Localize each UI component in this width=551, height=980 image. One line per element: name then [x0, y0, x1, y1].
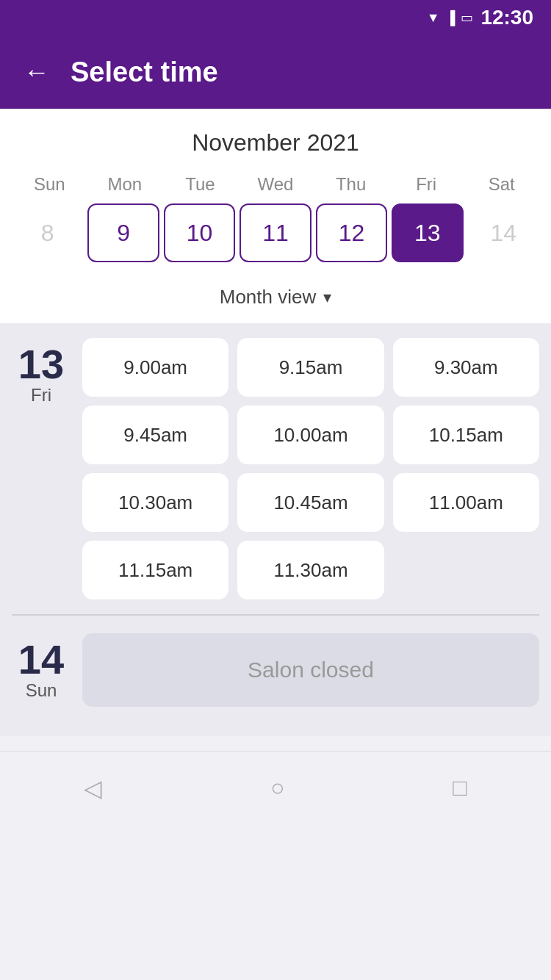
- day-block-13: 13 Fri 9.00am 9.15am 9.30am 9.45am 10.00…: [12, 338, 539, 599]
- status-icons: ▼ ▐ ▭: [427, 10, 474, 26]
- weekday-sat: Sat: [464, 174, 539, 195]
- weekday-thu: Thu: [313, 174, 389, 195]
- time-slot-945am[interactable]: 9.45am: [82, 406, 228, 464]
- day-13[interactable]: 13: [392, 203, 463, 262]
- day-12[interactable]: 12: [316, 203, 387, 262]
- wifi-icon: ▼: [427, 10, 440, 26]
- day-number-block-13: 13 Fri: [12, 338, 71, 599]
- time-slot-1000am[interactable]: 10.00am: [237, 406, 383, 464]
- day-14: 14: [468, 203, 539, 262]
- weekday-mon: Mon: [87, 174, 163, 195]
- weekday-sun: Sun: [12, 174, 87, 195]
- calendar-section: November 2021 Sun Mon Tue Wed Thu Fri Sa…: [0, 109, 551, 323]
- days-row: 8 9 10 11 12 13 14: [12, 203, 539, 274]
- time-slot-1130am[interactable]: 11.30am: [237, 541, 383, 599]
- time-slot-1045am[interactable]: 10.45am: [237, 473, 383, 532]
- day-number-13: 13: [18, 344, 64, 385]
- signal-icon: ▐: [446, 10, 455, 26]
- day-8: 8: [12, 203, 83, 262]
- month-view-toggle[interactable]: Month view ▾: [12, 274, 539, 323]
- nav-home-button[interactable]: [270, 774, 284, 801]
- time-slot-1015am[interactable]: 10.15am: [393, 406, 539, 464]
- weekday-tue: Tue: [162, 174, 238, 195]
- back-button[interactable]: ←: [24, 57, 50, 87]
- day-9[interactable]: 9: [87, 203, 159, 262]
- slots-section: 13 Fri 9.00am 9.15am 9.30am 9.45am 10.00…: [0, 323, 551, 736]
- time-slot-930am[interactable]: 9.30am: [393, 338, 539, 397]
- time-slot-1100am[interactable]: 11.00am: [393, 473, 539, 532]
- time-slot-900am[interactable]: 9.00am: [82, 338, 228, 397]
- status-time: 12:30: [480, 6, 533, 29]
- day-block-14: 14 Sun Salon closed: [12, 633, 539, 707]
- weekday-wed: Wed: [238, 174, 314, 195]
- nav-recent-button[interactable]: [453, 774, 467, 801]
- month-view-label: Month view: [220, 286, 317, 309]
- page-title: Select time: [71, 57, 218, 88]
- day-name-14: Sun: [26, 680, 57, 701]
- time-slot-1030am[interactable]: 10.30am: [82, 473, 228, 532]
- day-number-block-14: 14 Sun: [12, 633, 71, 707]
- day-name-13: Fri: [31, 385, 51, 406]
- day-11[interactable]: 11: [240, 203, 311, 262]
- weekday-row: Sun Mon Tue Wed Thu Fri Sat: [12, 174, 539, 195]
- time-slot-1115am[interactable]: 11.15am: [82, 541, 228, 599]
- time-slots-grid-13: 9.00am 9.15am 9.30am 9.45am 10.00am 10.1…: [82, 338, 539, 599]
- month-year-label: November 2021: [12, 129, 539, 156]
- salon-closed-label: Salon closed: [82, 633, 539, 707]
- day-10[interactable]: 10: [164, 203, 235, 262]
- battery-icon: ▭: [461, 10, 473, 26]
- status-bar: ▼ ▐ ▭ 12:30: [0, 0, 551, 35]
- time-slot-915am[interactable]: 9.15am: [237, 338, 383, 397]
- nav-back-button[interactable]: [84, 774, 102, 802]
- app-header: ← Select time: [0, 35, 551, 109]
- day-number-14: 14: [18, 639, 64, 680]
- weekday-fri: Fri: [389, 174, 464, 195]
- chevron-down-icon: ▾: [323, 288, 331, 307]
- bottom-nav: [0, 751, 551, 824]
- day-divider: [12, 614, 539, 616]
